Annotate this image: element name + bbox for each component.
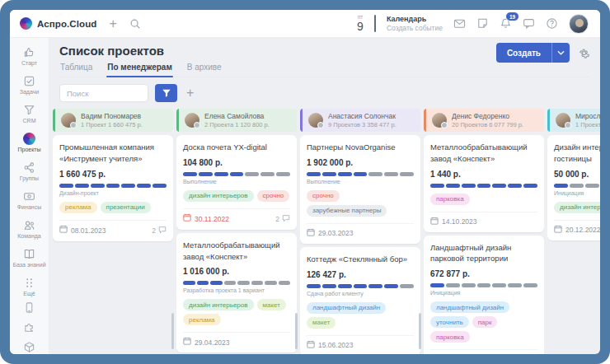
column-header[interactable]: Вадим Пономарев1 Проект 1 660 475 р. [53, 109, 173, 132]
column-header[interactable]: Мирослава1 Проект [547, 109, 600, 132]
project-comments[interactable]: 2 [275, 214, 290, 224]
project-tag[interactable]: парковка [430, 194, 470, 205]
search-input[interactable] [59, 84, 148, 102]
tab-table[interactable]: Таблица [59, 63, 93, 77]
sidebar-item-tasks[interactable]: Задачи [12, 71, 46, 100]
project-tags: ландшафтный дизайнмакет [307, 302, 414, 329]
calendar-icon [59, 226, 68, 235]
project-stage-label: Дизайн-проект [59, 190, 167, 196]
progress-segment [338, 284, 352, 288]
column-accent-bar [300, 109, 303, 132]
project-budget: 1 902 000 р. [307, 158, 414, 167]
project-tag[interactable]: парковка [430, 331, 470, 343]
project-card[interactable]: Доска почета YX-digital104 800 р.Выполне… [176, 135, 297, 230]
project-tag[interactable]: презентации [101, 202, 151, 213]
manager-projects-summary: 2 Проекта 1 120 800 р. [204, 121, 270, 128]
column-accent-bar [547, 109, 550, 132]
project-stage-label: Инициация [554, 190, 600, 196]
progress-segment [137, 184, 151, 188]
sidebar-item-start[interactable]: Старт [12, 42, 46, 71]
app-logo[interactable]: Аспро.Cloud [20, 17, 96, 30]
project-tag[interactable]: макет [257, 299, 286, 310]
progress-segment [354, 172, 368, 176]
project-card[interactable]: Металлообрабатывающий завод «Конспект»1 … [176, 233, 297, 353]
column-scrollbar[interactable] [419, 313, 421, 349]
project-tag[interactable]: уточнить [430, 316, 469, 328]
project-card[interactable]: Партнеры NovaOrganise1 902 000 р.Выполне… [300, 135, 420, 244]
project-tag[interactable]: дизайн интерьеров [554, 202, 600, 213]
global-search-icon[interactable] [129, 18, 141, 30]
sidebar-item-projects[interactable]: Проекты [12, 128, 46, 157]
add-view-button[interactable]: + [186, 86, 194, 100]
filter-button[interactable] [155, 84, 177, 102]
progress-segment [183, 281, 195, 285]
project-title: Коттедж «Стеклянный бор» [307, 254, 414, 265]
project-tag[interactable]: реклама [59, 202, 97, 213]
project-tag[interactable]: дизайн интерьеров [183, 190, 254, 202]
column-cards: Дизайн интерьеров гостиницы50 000 р.Иниц… [547, 135, 600, 354]
project-due-date: 29.04.2023 [183, 338, 230, 347]
cube-icon[interactable] [23, 341, 35, 353]
sidebar-item-crm[interactable]: CRM [12, 100, 46, 128]
global-add-button[interactable]: + [109, 17, 116, 30]
project-card[interactable]: Коттедж «Стеклянный бор»126 427 р.Сдача … [300, 247, 420, 354]
project-tag[interactable]: ландшафтный дизайн [307, 302, 386, 314]
progress-segment [121, 184, 135, 188]
project-card[interactable]: Промышленная компания «Инструмент учител… [53, 135, 173, 241]
mail-icon[interactable] [453, 17, 466, 30]
project-tag[interactable]: парк [472, 316, 498, 328]
notifications-bell-icon[interactable]: 19 [500, 17, 512, 30]
project-tag[interactable]: срочно [257, 190, 290, 202]
project-card[interactable]: Ландшафтный дизайн парковой территории67… [424, 236, 544, 354]
aspro-logo-icon [20, 17, 32, 30]
help-icon[interactable] [546, 17, 558, 30]
column-scrollbar[interactable] [171, 313, 174, 349]
calendar-shortcut[interactable]: Календарь Создать событие [387, 15, 443, 32]
project-tag[interactable]: дизайн интерьеров [183, 299, 254, 310]
settings-gear-icon[interactable] [578, 47, 590, 59]
project-tag[interactable]: ландшафтный дизайн [430, 301, 509, 313]
comments-count: 2 [275, 215, 279, 223]
notes-icon[interactable] [476, 17, 489, 30]
chat-icon[interactable] [523, 17, 535, 30]
progress-segment [307, 284, 321, 288]
sidebar-item-more[interactable]: Ещё [12, 273, 46, 301]
project-card-footer: 15.06.2023 [307, 335, 414, 350]
column-scrollbar[interactable] [295, 313, 298, 349]
calendar-icon [307, 341, 315, 350]
due-date-text: 30.11.2022 [195, 215, 229, 223]
puzzle-icon[interactable] [23, 321, 35, 334]
project-budget: 104 800 р. [183, 158, 290, 167]
tab-archived[interactable]: В архиве [186, 63, 223, 77]
create-dropdown-caret[interactable] [551, 43, 570, 63]
project-tag[interactable]: макет [307, 317, 336, 329]
column-accent-bar [424, 109, 426, 132]
sidebar-item-label: Задачи [20, 89, 40, 96]
project-tag[interactable]: реклама [183, 314, 221, 325]
crm-icon [23, 103, 36, 116]
project-comments[interactable]: 2 [152, 226, 167, 236]
project-card-footer: 08.01.20232 [59, 220, 167, 236]
phone-icon[interactable] [23, 301, 35, 314]
due-date-text: 20.12.2022 [565, 226, 600, 234]
project-card[interactable]: Дизайн интерьеров гостиницы50 000 р.Иниц… [547, 135, 600, 240]
column-header[interactable]: Денис Федоренко20 Проектов 6 077 799 р. [424, 109, 544, 132]
column-header[interactable]: Елена Самойлова2 Проекта 1 120 800 р. [176, 109, 297, 132]
project-card[interactable]: Металлообрабатывающий завод «Конспект»1 … [424, 135, 544, 232]
progress-segment [199, 172, 213, 176]
project-stage-label: Выполнение [307, 179, 414, 184]
project-tag[interactable]: зарубежные партнеры [307, 205, 387, 217]
board-column: Мирослава1 ПроектДизайн интерьеров гости… [547, 109, 600, 354]
column-header[interactable]: Анастасия Солончак9 Проектов 3 358 477 р… [300, 109, 420, 132]
sidebar-item-label: Старт [21, 60, 37, 67]
sidebar-item-knowledge-base[interactable]: База знаний [12, 244, 46, 273]
project-tag[interactable]: срочно [307, 190, 340, 202]
create-button[interactable]: Создать [496, 43, 570, 63]
sidebar-item-groups[interactable]: Группы [12, 157, 46, 186]
tab-by-managers[interactable]: По менеджерам [106, 63, 173, 77]
sidebar-item-finance[interactable]: Финансы [12, 186, 46, 215]
calendar-date-widget[interactable]: пт 9 [357, 15, 364, 33]
progress-segment [224, 281, 237, 285]
sidebar-item-team[interactable]: Команда [12, 215, 46, 244]
user-avatar[interactable] [569, 14, 589, 34]
